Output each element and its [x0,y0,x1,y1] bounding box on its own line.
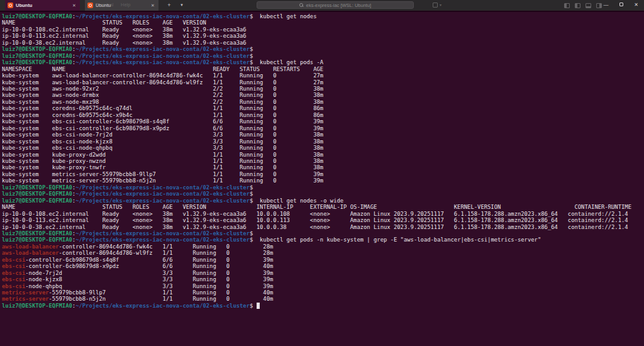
tab-label: Ubuntu [16,3,69,8]
terminal-line: ebs-csi-controller-6cb98679d8-x9pdz 6/6 … [2,263,644,269]
terminal-line: kube-system coredns-6b9575c64c-x9b4c 1/1… [2,112,644,118]
search-icon [299,3,304,8]
terminal-line: ip-10-0-0-108.ec2.internal Ready <none> … [2,26,644,33]
terminal-line: ebs-csi-node-qhpbq 3/3 Running 0 39m [2,283,644,289]
tab-dropdown-button[interactable]: ▼ [178,1,186,9]
terminal-line: kube-system kube-proxy-d2wdd 1/1 Running… [2,152,644,158]
terminal-line: ip-10-0-0-38.ec2.internal Ready <none> 3… [2,40,644,46]
terminal-line: metrics-server-55979bcbb8-n5j2n 1/1 Runn… [2,296,644,302]
close-button[interactable]: ✕ [629,0,643,10]
terminal-line: NAME STATUS ROLES AGE VERSION [2,20,644,26]
terminal-line: kube-system coredns-6b9575c64c-q74dl 1/1… [2,105,644,111]
terminal-line: ebs-csi-controller-6cb98679d8-s4q8f 6/6 … [2,257,644,263]
titlebar: Terminal Help Ubuntu ✕ Ubuntu ✕ + ▼ eks-… [0,0,644,11]
terminal-line: ip-10-0-0-113.ec2.internal Ready <none> … [2,33,644,39]
terminal-line: luiz7@DESKTOP-EQFMIA0:~/Projects/eks-exp… [2,237,644,243]
terminal-line: ebs-csi-node-7rj2d 3/3 Running 0 39m [2,270,644,276]
tab-close-icon[interactable]: ✕ [72,3,77,8]
terminal-line: ip-10-0-0-108.ec2.internal Ready <none> … [2,211,644,217]
tab-label: Ubuntu [96,3,148,8]
ubuntu-icon [8,3,13,8]
terminal-line: luiz7@DESKTOP-EQFMIA0:~/Projects/eks-exp… [2,198,644,204]
terminal-line: kube-system aws-load-balancer-controller… [2,72,644,79]
terminal-window: Terminal Help Ubuntu ✕ Ubuntu ✕ + ▼ eks-… [0,0,644,346]
terminal-line: luiz7@DESKTOP-EQFMIA0:~/Projects/eks-exp… [2,184,644,191]
tab-close-icon[interactable]: ✕ [150,3,155,8]
terminal-line: kube-system aws-node-mxz98 2/2 Running 0… [2,99,644,105]
terminal-line: luiz7@DESKTOP-EQFMIA0:~/Projects/eks-exp… [2,303,644,309]
terminal-line: kube-system aws-node-92xr2 2/2 Running 0… [2,86,644,92]
new-tab-button[interactable]: + [165,1,173,9]
terminal-cursor [257,303,260,309]
terminal-line: luiz7@DESKTOP-EQFMIA0:~/Projects/eks-exp… [2,46,644,52]
terminal-line: ip-10-0-0-38.ec2.internal Ready <none> 3… [2,224,644,230]
terminal-screen[interactable]: luiz7@DESKTOP-EQFMIA0:~/Projects/eks-exp… [0,12,644,346]
ghost-launcher-icon: ▾ [433,3,441,8]
terminal-line: luiz7@DESKTOP-EQFMIA0:~/Projects/eks-exp… [2,191,644,197]
layout-panel-icon [586,3,591,8]
terminal-line: kube-system aws-node-drmbx 2/2 Running 0… [2,92,644,98]
terminal-line: ip-10-0-0-113.ec2.internal Ready <none> … [2,217,644,223]
terminal-line: aws-load-balancer-controller-8694c4d786-… [2,250,644,256]
terminal-line: kube-system ebs-csi-controller-6cb98679d… [2,125,644,131]
layout-sidebar-filled-icon [575,3,580,8]
terminal-line: kube-system kube-proxy-tnwfr 1/1 Running… [2,164,644,170]
layout-sidebar-icon [564,3,570,8]
tab-ubuntu-inactive[interactable]: Ubuntu ✕ [85,0,158,11]
terminal-line: NAMESPACE NAME READY STATUS RESTARTS AGE [2,66,644,72]
terminal-line: luiz7@DESKTOP-EQFMIA0:~/Projects/eks-exp… [2,53,644,59]
ghost-layout-icons [564,3,602,8]
terminal-line: metrics-server-55979bcbb8-9llp7 1/1 Runn… [2,289,644,296]
terminal-line: NAME STATUS ROLES AGE VERSION INTERNAL-I… [2,204,644,210]
maximize-button[interactable] [614,0,628,10]
tab-ubuntu-active[interactable]: Ubuntu ✕ [5,0,80,11]
command-center-search[interactable]: eks-express-iac [WSL: Ubuntu] [257,1,414,9]
terminal-line: kube-system ebs-csi-node-kjzx8 3/3 Runni… [2,138,644,145]
terminal-line: kube-system ebs-csi-node-7rj2d 3/3 Runni… [2,131,644,138]
ubuntu-icon [87,3,93,8]
maximize-icon [619,3,623,6]
minimize-button[interactable]: — [599,0,613,10]
terminal-line: kube-system kube-proxy-nwznd 1/1 Running… [2,158,644,164]
terminal-line: kube-system metrics-server-55979bcbb8-n5… [2,177,644,184]
terminal-line: kube-system ebs-csi-controller-6cb98679d… [2,118,644,125]
terminal-line: kube-system aws-load-balancer-controller… [2,79,644,86]
terminal-line: kube-system ebs-csi-node-qhpbq 3/3 Runni… [2,145,644,151]
terminal-line: luiz7@DESKTOP-EQFMIA0:~/Projects/eks-exp… [2,59,644,65]
terminal-line: luiz7@DESKTOP-EQFMIA0:~/Projects/eks-exp… [2,230,644,237]
terminal-line: kube-system metrics-server-55979bcbb8-9l… [2,171,644,177]
terminal-line: aws-load-balancer-controller-8694c4d786-… [2,243,644,250]
terminal-line: luiz7@DESKTOP-EQFMIA0:~/Projects/eks-exp… [2,13,644,20]
terminal-line: ebs-csi-node-kjzx8 3/3 Running 0 39m [2,276,644,282]
search-text: eks-express-iac [WSL: Ubuntu] [306,3,371,8]
